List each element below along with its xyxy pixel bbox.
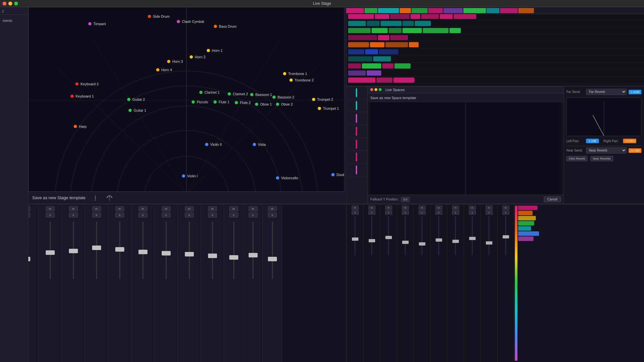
solo-button[interactable]: s: [469, 210, 476, 215]
clip[interactable]: [348, 78, 375, 83]
solo-button[interactable]: s: [352, 210, 359, 215]
fader-thumb[interactable]: [352, 237, 358, 241]
fader-thumb[interactable]: [486, 241, 492, 245]
mute-button[interactable]: m: [352, 206, 359, 210]
solo-button[interactable]: s: [402, 210, 409, 215]
fader-thumb[interactable]: [115, 247, 124, 252]
fader-thumb[interactable]: [385, 236, 392, 239]
solo-button[interactable]: s: [208, 212, 217, 218]
mute-button[interactable]: m: [249, 206, 258, 211]
mute-button[interactable]: m: [229, 206, 238, 211]
near-send-select[interactable]: Near Reverb: [586, 147, 627, 153]
clip[interactable]: [402, 28, 422, 33]
far-send-value[interactable]: 2.34dB: [629, 90, 641, 94]
mute-button[interactable]: m: [435, 206, 442, 210]
instrument-horn1[interactable]: Horn 1: [207, 49, 223, 52]
mute-button[interactable]: m: [419, 206, 426, 210]
clip[interactable]: [381, 21, 402, 26]
instrument-side-drum[interactable]: Side Drum: [148, 14, 170, 18]
mute-button[interactable]: m: [185, 206, 194, 211]
solo-button[interactable]: s: [162, 212, 171, 218]
fader-thumb[interactable]: [162, 251, 171, 255]
ls-close-btn[interactable]: [370, 88, 373, 91]
instrument-oboe2[interactable]: Oboe 2: [276, 102, 293, 106]
solo-button[interactable]: s: [419, 210, 426, 215]
maximize-button[interactable]: [14, 2, 18, 5]
solo-button[interactable]: s: [249, 212, 258, 218]
clip[interactable]: [379, 49, 398, 54]
solo-button[interactable]: s: [486, 210, 493, 215]
instrument-bassoon2[interactable]: Bassoon 2: [272, 95, 294, 99]
fader-thumb[interactable]: [46, 250, 55, 255]
stage-icon-2[interactable]: [105, 193, 114, 202]
solo-button[interactable]: s: [46, 212, 55, 218]
ls-track-btn[interactable]: [347, 86, 367, 99]
solo-button[interactable]: s: [502, 210, 509, 215]
clip[interactable]: [454, 14, 476, 19]
mute-button[interactable]: m: [138, 206, 147, 211]
clip[interactable]: [365, 49, 378, 54]
instrument-clarinet2[interactable]: Clarinet 2: [228, 92, 248, 96]
mute-button[interactable]: m: [368, 206, 375, 210]
fader-thumb[interactable]: [268, 257, 277, 261]
solo-button[interactable]: s: [435, 210, 442, 215]
clip[interactable]: [450, 28, 461, 33]
clip[interactable]: [402, 21, 414, 26]
clip[interactable]: [362, 63, 381, 69]
clip[interactable]: [378, 35, 389, 40]
fader-thumb[interactable]: [138, 250, 147, 254]
clip[interactable]: [423, 28, 449, 33]
mute-button[interactable]: m: [268, 206, 277, 211]
clip[interactable]: [394, 63, 411, 69]
instrument-bass-drum[interactable]: Bass Drum: [214, 24, 236, 28]
solo-button[interactable]: s: [92, 212, 101, 218]
mute-button[interactable]: m: [92, 206, 101, 211]
instrument-double-bass[interactable]: Double Bass: [331, 173, 345, 177]
clip[interactable]: [393, 78, 414, 83]
far-send-select[interactable]: Far Reverb: [586, 89, 627, 95]
clip[interactable]: [348, 63, 361, 69]
ls-min-btn[interactable]: [374, 88, 377, 91]
instrument-flute1[interactable]: Flute 1: [213, 100, 230, 104]
near-send-value[interactable]: 24.3dB: [629, 148, 641, 153]
instrument-clarinet1[interactable]: Clarinet 1: [199, 90, 220, 94]
close-button[interactable]: [3, 2, 6, 5]
solo-button[interactable]: s: [185, 212, 194, 218]
fader-thumb[interactable]: [208, 254, 217, 258]
clip[interactable]: [348, 70, 366, 76]
solo-button[interactable]: s: [115, 212, 124, 218]
mute-button[interactable]: m: [69, 206, 78, 211]
instrument-violin1[interactable]: Violin I: [182, 174, 198, 178]
clip[interactable]: [411, 14, 420, 19]
fader-thumb[interactable]: [503, 235, 509, 238]
fader-thumb[interactable]: [69, 249, 78, 253]
mute-button[interactable]: m: [486, 206, 493, 210]
ls-track-btn[interactable]: [347, 125, 367, 138]
instrument-guitar2[interactable]: Guitar 2: [127, 97, 145, 101]
instrument-keyboard2[interactable]: Keyboard 2: [75, 82, 99, 86]
instrument-horn3[interactable]: Horn 3: [167, 60, 183, 63]
fader-thumb[interactable]: [92, 246, 101, 250]
clip[interactable]: [382, 63, 393, 69]
ls-track-btn[interactable]: [347, 138, 367, 151]
instrument-trumpet1[interactable]: Trumpet 1: [318, 107, 339, 110]
instrument-bassoon1[interactable]: Bassoon 1: [250, 93, 272, 97]
clip[interactable]: [415, 21, 431, 26]
fader-thumb[interactable]: [469, 237, 476, 240]
ls-track-btn[interactable]: [347, 151, 367, 163]
minimize-button[interactable]: [8, 2, 12, 5]
instrument-horn2[interactable]: Horn 2: [190, 55, 205, 59]
clip[interactable]: [348, 28, 371, 33]
mute-button[interactable]: m: [502, 206, 509, 210]
clip[interactable]: [348, 35, 377, 40]
instrument-viola[interactable]: Viola: [253, 143, 266, 146]
clip[interactable]: [348, 42, 369, 47]
clip[interactable]: [348, 56, 372, 61]
fader-thumb[interactable]: [402, 241, 409, 244]
mute-button[interactable]: m: [402, 206, 409, 210]
instrument-horn4[interactable]: Horn 4: [156, 68, 172, 72]
near-reverbs-button[interactable]: Near Reverbs: [591, 156, 613, 161]
instrument-timpani[interactable]: Timpani: [88, 22, 106, 26]
solo-button[interactable]: s: [368, 210, 375, 215]
solo-button[interactable]: s: [69, 212, 78, 218]
